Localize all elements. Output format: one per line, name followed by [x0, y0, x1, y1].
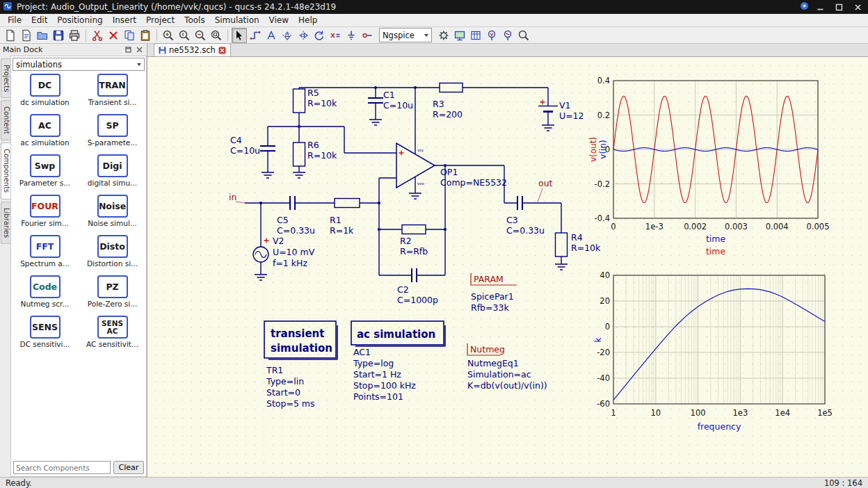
component-noise-simul-[interactable]: NoiseNoise simul... [79, 195, 146, 235]
close-button[interactable] [851, 2, 865, 13]
wire-label-button[interactable] [264, 28, 279, 43]
component-icon-text: DC [38, 81, 52, 89]
save-file-button[interactable] [51, 28, 66, 43]
wire-button[interactable] [248, 28, 263, 43]
transient-line1: TR1 [266, 365, 283, 375]
equation-button[interactable] [328, 28, 343, 43]
label-v2-value1: U=10 mV [273, 247, 315, 257]
view-data-display-button[interactable] [452, 28, 467, 43]
schematic-canvas[interactable]: R5 R=10k C1 C=10u R3 R=200 V1 U=12 C4 C=… [147, 57, 868, 477]
ground-button[interactable] [344, 28, 359, 43]
toolbar: Ngspice [0, 27, 868, 44]
label-op1-value: Comp=NE5532 [440, 177, 507, 188]
plot-tick-label: -0.2 [595, 179, 610, 189]
zoom-area-button[interactable] [516, 28, 531, 43]
vsource-v2-sine [255, 252, 266, 258]
zoom-in-button[interactable] [161, 28, 176, 43]
component-icon: SP [97, 114, 128, 137]
component-icon: Digi [97, 154, 128, 177]
dock-float-button[interactable] [124, 45, 133, 54]
maximize-button[interactable] [832, 2, 846, 13]
frequency-response-plot[interactable]: 1101001e31e41e540200-20-40-60kfrequency [593, 270, 833, 432]
label-r3-value: R=200 [433, 109, 463, 120]
component-icon-text: Digi [103, 162, 122, 170]
paste-button[interactable] [138, 28, 153, 43]
menu-help[interactable]: Help [294, 15, 322, 26]
label-opamp-vee: vee [417, 181, 425, 186]
voltage-probe-button[interactable] [484, 28, 499, 43]
junction-dots [259, 86, 447, 231]
label-c2-name: C2 [397, 284, 409, 295]
plot-tick-label: 1e-3 [645, 222, 664, 231]
component-s-paramete-[interactable]: SPS-paramete... [79, 114, 146, 154]
label-opamp-vcc: vcc [417, 148, 424, 152]
component-dc-simulation[interactable]: DCdc simulation [11, 74, 79, 114]
component-parameter-s-[interactable]: SwpParameter s... [11, 154, 79, 195]
menu-edit[interactable]: Edit [26, 15, 52, 26]
component-transient-si-[interactable]: TRANTransient si... [79, 74, 146, 114]
tab-close-icon[interactable] [218, 47, 226, 54]
new-document-button[interactable] [3, 28, 18, 43]
component-digital-simu-[interactable]: Digidigital simu... [79, 154, 146, 195]
label-r5-name: R5 [307, 88, 319, 98]
simulate-button[interactable] [436, 28, 451, 43]
zoom-reset-button[interactable] [177, 28, 192, 43]
mirror-horizontal-button[interactable] [296, 28, 311, 43]
resistor-r5 [294, 89, 305, 113]
component-dc-sensitivi-[interactable]: SENSDC sensitivi... [11, 316, 79, 356]
component-icon-text: PZ [106, 283, 118, 291]
label-r6-value: R=10k [307, 150, 337, 161]
time-domain-plot[interactable]: 01e-30.0020.0030.0040.0050.40.20-0.2-0.4… [588, 76, 829, 257]
component-category-select[interactable]: simulations [13, 58, 145, 71]
cut-button[interactable] [90, 28, 105, 43]
component-spectrum-a-[interactable]: FFTSpectrum a... [11, 235, 79, 275]
wire-label-out: out [538, 178, 553, 188]
component-fourier-sim-[interactable]: FOURFourier sim... [11, 195, 79, 235]
plot-tick-label: 0.4 [597, 76, 610, 86]
menu-project[interactable]: Project [141, 15, 179, 26]
mirror-vertical-button[interactable] [280, 28, 295, 43]
transient-title-2: simulation [271, 342, 332, 355]
select-button[interactable] [232, 28, 247, 43]
resistor-r3 [440, 83, 463, 92]
side-tab-projects[interactable]: Projects [1, 58, 10, 98]
component-ac-simulation[interactable]: ACac simulation [11, 114, 79, 154]
current-probe-button[interactable] [500, 28, 515, 43]
dock-close-button[interactable] [135, 45, 144, 54]
transient-title-1: transient [271, 327, 324, 340]
menu-file[interactable]: File [3, 15, 26, 26]
side-tab-components[interactable]: Components [1, 143, 10, 199]
dc-bias-table-button[interactable] [468, 28, 483, 43]
menu-simulation[interactable]: Simulation [210, 15, 264, 26]
clear-search-button[interactable]: Clear [113, 461, 144, 474]
wire-label-pointers [236, 188, 542, 203]
component-ac-sensitivit-[interactable]: SENS ACAC sensitivit... [79, 316, 146, 356]
side-tab-libraries[interactable]: Libraries [1, 202, 10, 244]
delete-button[interactable] [106, 28, 121, 43]
menu-insert[interactable]: Insert [108, 15, 141, 26]
port-button[interactable] [360, 28, 375, 43]
component-distortion-si-[interactable]: DistoDistortion si... [79, 235, 146, 275]
search-components-input[interactable] [13, 461, 111, 474]
new-text-document-button[interactable] [19, 28, 34, 43]
menu-tools[interactable]: Tools [179, 15, 210, 26]
print-button[interactable] [67, 28, 82, 43]
zoom-fit-button[interactable] [209, 28, 224, 43]
open-file-button[interactable] [35, 28, 50, 43]
engine-select[interactable]: Ngspice [379, 28, 432, 42]
copy-button[interactable] [122, 28, 137, 43]
menu-view[interactable]: View [264, 15, 294, 26]
component-pole-zero-si-[interactable]: PZPole-Zero si... [79, 275, 146, 316]
dock-title: Main Dock [3, 45, 122, 54]
component-icon: DC [30, 74, 61, 97]
minimize-button[interactable] [813, 2, 828, 13]
side-tab-content[interactable]: Content [1, 100, 10, 140]
rotate-button[interactable] [312, 28, 327, 43]
component-nutmeg-scr-[interactable]: CodeNutmeg scr... [11, 275, 79, 316]
menu-positioning[interactable]: Positioning [52, 15, 107, 26]
component-label: Noise simul... [79, 219, 146, 227]
tab-ne5532-sch[interactable]: ne5532.sch [154, 43, 231, 56]
zoom-out-button[interactable] [193, 28, 208, 43]
tab-label: ne5532.sch [169, 45, 216, 55]
resistor-r1 [335, 199, 360, 208]
